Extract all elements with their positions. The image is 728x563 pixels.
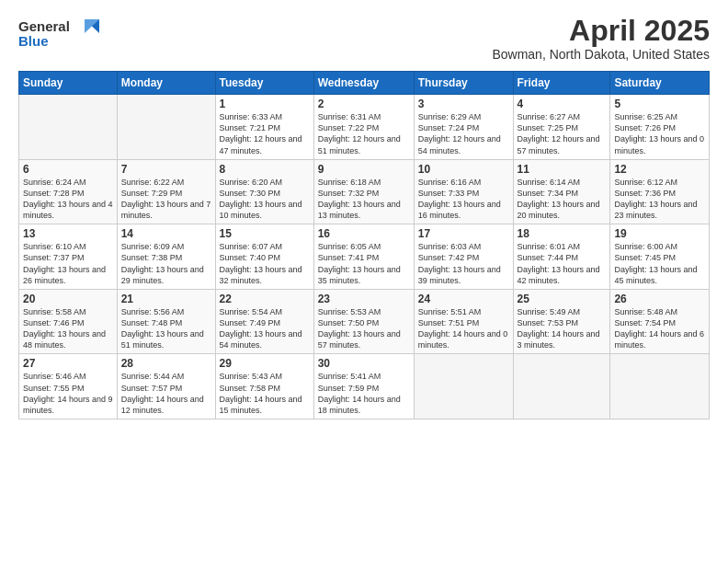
page: General Blue April 2025 Bowman, North Da… [0, 0, 728, 563]
day-info: Sunrise: 6:29 AM Sunset: 7:24 PM Dayligh… [418, 111, 509, 156]
calendar-cell: 20Sunrise: 5:58 AM Sunset: 7:46 PM Dayli… [19, 289, 118, 354]
day-info: Sunrise: 6:14 AM Sunset: 7:34 PM Dayligh… [518, 177, 607, 222]
day-number: 10 [418, 163, 509, 176]
day-info: Sunrise: 5:48 AM Sunset: 7:54 PM Dayligh… [614, 306, 705, 351]
logo-text-block: General Blue [18, 15, 101, 57]
day-number: 28 [121, 357, 211, 370]
day-number: 12 [614, 163, 705, 176]
svg-text:General: General [18, 18, 70, 34]
day-number: 6 [23, 163, 113, 176]
day-number: 2 [318, 98, 410, 110]
day-header-tuesday: Tuesday [215, 72, 313, 95]
calendar-cell: 29Sunrise: 5:43 AM Sunset: 7:58 PM Dayli… [215, 354, 313, 419]
calendar-cell: 21Sunrise: 5:56 AM Sunset: 7:48 PM Dayli… [117, 289, 215, 354]
day-number: 15 [220, 227, 310, 240]
day-number: 24 [418, 293, 509, 305]
day-info: Sunrise: 6:22 AM Sunset: 7:29 PM Dayligh… [121, 177, 211, 222]
calendar-cell: 10Sunrise: 6:16 AM Sunset: 7:33 PM Dayli… [414, 159, 513, 224]
day-number: 17 [418, 227, 509, 240]
day-number: 18 [518, 227, 607, 240]
day-header-saturday: Saturday [610, 72, 710, 95]
day-info: Sunrise: 5:41 AM Sunset: 7:59 PM Dayligh… [318, 371, 410, 416]
day-info: Sunrise: 6:31 AM Sunset: 7:22 PM Dayligh… [318, 111, 410, 156]
calendar-week-4: 20Sunrise: 5:58 AM Sunset: 7:46 PM Dayli… [19, 289, 710, 354]
calendar-cell: 30Sunrise: 5:41 AM Sunset: 7:59 PM Dayli… [313, 354, 414, 419]
day-info: Sunrise: 5:49 AM Sunset: 7:53 PM Dayligh… [518, 306, 607, 351]
day-info: Sunrise: 6:24 AM Sunset: 7:28 PM Dayligh… [23, 177, 113, 222]
calendar-cell: 24Sunrise: 5:51 AM Sunset: 7:51 PM Dayli… [414, 289, 513, 354]
day-number: 13 [23, 227, 113, 240]
day-number: 8 [220, 163, 310, 176]
day-number: 11 [518, 163, 607, 176]
calendar-cell: 4Sunrise: 6:27 AM Sunset: 7:25 PM Daylig… [513, 95, 610, 160]
day-info: Sunrise: 6:07 AM Sunset: 7:40 PM Dayligh… [220, 241, 310, 286]
day-number: 29 [220, 357, 310, 370]
calendar-cell: 13Sunrise: 6:10 AM Sunset: 7:37 PM Dayli… [19, 224, 118, 290]
day-number: 9 [318, 163, 410, 176]
calendar-cell [19, 95, 118, 160]
day-info: Sunrise: 5:53 AM Sunset: 7:50 PM Dayligh… [318, 306, 410, 351]
day-info: Sunrise: 5:43 AM Sunset: 7:58 PM Dayligh… [220, 371, 310, 416]
calendar-cell [513, 354, 610, 419]
day-info: Sunrise: 6:20 AM Sunset: 7:30 PM Dayligh… [220, 177, 310, 222]
day-number: 22 [220, 293, 310, 305]
day-number: 25 [518, 293, 607, 305]
day-number: 21 [121, 293, 211, 305]
calendar-cell: 5Sunrise: 6:25 AM Sunset: 7:26 PM Daylig… [610, 95, 710, 160]
calendar-cell: 15Sunrise: 6:07 AM Sunset: 7:40 PM Dayli… [215, 224, 313, 290]
calendar-cell: 23Sunrise: 5:53 AM Sunset: 7:50 PM Dayli… [313, 289, 414, 354]
calendar-cell: 16Sunrise: 6:05 AM Sunset: 7:41 PM Dayli… [313, 224, 414, 290]
day-number: 14 [121, 227, 211, 240]
calendar-cell: 25Sunrise: 5:49 AM Sunset: 7:53 PM Dayli… [513, 289, 610, 354]
day-number: 5 [614, 98, 705, 110]
calendar-cell: 11Sunrise: 6:14 AM Sunset: 7:34 PM Dayli… [513, 159, 610, 224]
calendar-cell: 17Sunrise: 6:03 AM Sunset: 7:42 PM Dayli… [414, 224, 513, 290]
day-number: 23 [318, 293, 410, 305]
day-number: 3 [418, 98, 509, 110]
logo: General Blue [18, 15, 101, 57]
calendar-cell: 12Sunrise: 6:12 AM Sunset: 7:36 PM Dayli… [610, 159, 710, 224]
day-number: 1 [220, 98, 310, 110]
calendar-header-row: SundayMondayTuesdayWednesdayThursdayFrid… [19, 72, 710, 95]
day-header-sunday: Sunday [19, 72, 118, 95]
day-header-wednesday: Wednesday [313, 72, 414, 95]
day-number: 30 [318, 357, 410, 370]
calendar-cell: 28Sunrise: 5:44 AM Sunset: 7:57 PM Dayli… [117, 354, 215, 419]
title-block: April 2025 Bowman, North Dakota, United … [492, 15, 710, 62]
month-title: April 2025 [492, 15, 710, 47]
calendar-cell: 22Sunrise: 5:54 AM Sunset: 7:49 PM Dayli… [215, 289, 313, 354]
calendar-week-3: 13Sunrise: 6:10 AM Sunset: 7:37 PM Dayli… [19, 224, 710, 290]
day-number: 16 [318, 227, 410, 240]
day-info: Sunrise: 5:44 AM Sunset: 7:57 PM Dayligh… [121, 371, 211, 416]
calendar-cell: 3Sunrise: 6:29 AM Sunset: 7:24 PM Daylig… [414, 95, 513, 160]
logo-icon: General Blue [18, 15, 101, 53]
day-header-monday: Monday [117, 72, 215, 95]
day-info: Sunrise: 6:10 AM Sunset: 7:37 PM Dayligh… [23, 241, 113, 286]
calendar-cell [414, 354, 513, 419]
day-info: Sunrise: 5:56 AM Sunset: 7:48 PM Dayligh… [121, 306, 211, 351]
calendar-week-1: 1Sunrise: 6:33 AM Sunset: 7:21 PM Daylig… [19, 95, 710, 160]
calendar-cell: 14Sunrise: 6:09 AM Sunset: 7:38 PM Dayli… [117, 224, 215, 290]
calendar-cell: 27Sunrise: 5:46 AM Sunset: 7:55 PM Dayli… [19, 354, 118, 419]
day-number: 20 [23, 293, 113, 305]
calendar-cell: 2Sunrise: 6:31 AM Sunset: 7:22 PM Daylig… [313, 95, 414, 160]
day-number: 4 [518, 98, 607, 110]
day-info: Sunrise: 6:05 AM Sunset: 7:41 PM Dayligh… [318, 241, 410, 286]
day-info: Sunrise: 6:00 AM Sunset: 7:45 PM Dayligh… [614, 241, 705, 286]
calendar-cell: 8Sunrise: 6:20 AM Sunset: 7:30 PM Daylig… [215, 159, 313, 224]
calendar-cell: 1Sunrise: 6:33 AM Sunset: 7:21 PM Daylig… [215, 95, 313, 160]
calendar-cell [610, 354, 710, 419]
day-info: Sunrise: 5:46 AM Sunset: 7:55 PM Dayligh… [23, 371, 113, 416]
day-info: Sunrise: 6:16 AM Sunset: 7:33 PM Dayligh… [418, 177, 509, 222]
header: General Blue April 2025 Bowman, North Da… [18, 15, 710, 62]
day-info: Sunrise: 6:33 AM Sunset: 7:21 PM Dayligh… [220, 111, 310, 156]
calendar-cell: 26Sunrise: 5:48 AM Sunset: 7:54 PM Dayli… [610, 289, 710, 354]
calendar-cell [117, 95, 215, 160]
day-number: 27 [23, 357, 113, 370]
calendar-cell: 18Sunrise: 6:01 AM Sunset: 7:44 PM Dayli… [513, 224, 610, 290]
calendar-cell: 9Sunrise: 6:18 AM Sunset: 7:32 PM Daylig… [313, 159, 414, 224]
day-info: Sunrise: 6:03 AM Sunset: 7:42 PM Dayligh… [418, 241, 509, 286]
day-info: Sunrise: 5:51 AM Sunset: 7:51 PM Dayligh… [418, 306, 509, 351]
day-info: Sunrise: 6:01 AM Sunset: 7:44 PM Dayligh… [518, 241, 607, 286]
calendar-cell: 7Sunrise: 6:22 AM Sunset: 7:29 PM Daylig… [117, 159, 215, 224]
